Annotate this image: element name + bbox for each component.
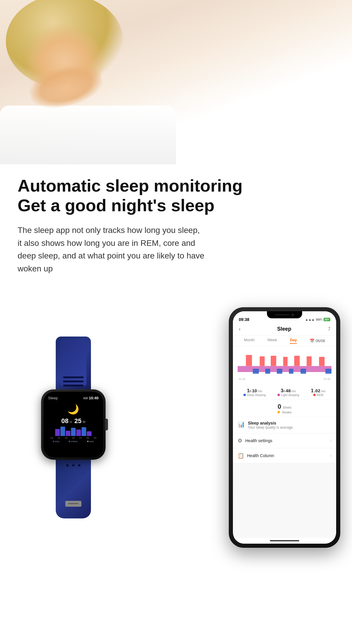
smartwatch: Sleep AM 10:40 🌙 08 H 25 M: [12, 337, 135, 542]
watch-bar: [55, 429, 60, 436]
svg-rect-7: [319, 357, 325, 366]
health-column-label: Health Column: [247, 453, 274, 458]
tab-month[interactable]: Month: [244, 338, 255, 344]
svg-rect-1: [246, 355, 252, 366]
watch-sleep-label: Sleep: [48, 396, 58, 400]
awake-label: Awake: [282, 410, 292, 414]
watch-bar: [87, 431, 92, 436]
watch-screen-header: Sleep AM 10:40: [48, 396, 99, 400]
svg-rect-6: [307, 356, 312, 366]
rem-sleep-stat: 1 .02 min REM: [311, 388, 326, 397]
rem-dot: [313, 394, 316, 396]
shallow-dot: [69, 441, 70, 442]
rem-hours: 1: [311, 388, 314, 393]
watch-bar: [76, 430, 81, 436]
strap-hole: [78, 464, 80, 466]
analysis-title: Sleep analysis: [248, 421, 294, 425]
light-hours: 3h: [281, 388, 285, 393]
chart-time-start: 01:04: [239, 378, 246, 381]
sleep-chart-svg: [238, 350, 331, 376]
deep-sleep-stat: 1h 10 min Deep sleeping: [243, 388, 266, 397]
watch-crown: [105, 419, 108, 430]
moon-icon: 🌙: [67, 404, 79, 415]
band-hole: [63, 381, 84, 382]
watch-bar: [71, 428, 76, 436]
main-heading: Automatic sleep monitoring Get a good ni…: [18, 176, 334, 215]
light-sleep-stat: 3h 48 min Light sleeping: [277, 388, 299, 397]
strap-hole: [66, 464, 69, 466]
deep-dot: [53, 441, 54, 442]
health-settings-menu-item[interactable]: ⚙ Health settings ›: [233, 433, 336, 448]
health-settings-label: Health settings: [245, 438, 273, 443]
awake-label-row: Awake: [277, 410, 292, 414]
hero-background: [0, 0, 352, 164]
health-column-left: 📋 Health Column: [238, 452, 274, 459]
notch-speaker: [275, 314, 290, 315]
wake-dot: [87, 441, 89, 442]
content-section: Automatic sleep monitoring Get a good ni…: [0, 164, 352, 301]
app-title: Sleep: [277, 326, 291, 332]
settings-gear-icon: ⚙: [238, 437, 242, 444]
watch-legend-deep: deep: [53, 440, 60, 442]
svg-rect-4: [283, 357, 287, 366]
sleep-chart-area: 01:04 07:06: [233, 346, 336, 385]
watch-date-row: 23 24 25 26 27 28 29: [48, 437, 99, 439]
tab-week[interactable]: Week: [268, 338, 277, 344]
svg-rect-13: [325, 369, 331, 374]
home-indicator: [233, 538, 336, 544]
svg-rect-5: [294, 356, 300, 366]
awake-dot: [277, 411, 280, 413]
watch-legend: deep shallow wake: [48, 440, 99, 442]
awake-unit: times: [283, 405, 292, 410]
chart-times: 01:04 07:06: [238, 378, 331, 381]
band-holes-bottom: [66, 464, 80, 466]
rem-label: REM: [313, 393, 323, 397]
chart-time-end: 07:06: [324, 378, 330, 381]
tab-date[interactable]: 📅 06/08: [310, 338, 325, 344]
watch-screen: Sleep AM 10:40 🌙 08 H 25 M: [43, 392, 103, 457]
health-column-chevron: ›: [330, 453, 331, 458]
deep-dot: [243, 394, 246, 396]
back-button[interactable]: ‹: [239, 326, 241, 332]
svg-rect-2: [260, 356, 265, 366]
awake-count: 0: [278, 403, 281, 410]
svg-rect-10: [277, 369, 282, 374]
phone-app-header: ‹ Sleep ⤴: [233, 324, 336, 335]
share-button[interactable]: ⤴: [328, 326, 330, 332]
watch-graph-area: [48, 427, 99, 436]
awake-section: 0 times Awake: [233, 400, 336, 417]
description-text: The sleep app not only tracks how long y…: [18, 224, 205, 275]
watch-bar: [66, 431, 70, 436]
battery-badge: 25+: [324, 318, 330, 321]
watch-legend-wake: wake: [87, 440, 94, 442]
tab-day[interactable]: Day: [290, 338, 297, 344]
deep-hours: 1h: [247, 388, 251, 393]
health-column-menu-item[interactable]: 📋 Health Column ›: [233, 448, 336, 463]
watch-bar: [82, 427, 86, 436]
analysis-chart-icon: 📊: [238, 421, 245, 430]
health-settings-left: ⚙ Health settings: [238, 437, 273, 444]
band-hole: [63, 376, 84, 378]
phone-tabs: Month Week Day 📅 06/08: [233, 335, 336, 346]
svg-rect-11: [289, 369, 293, 374]
watch-time-display: AM 10:40: [83, 396, 99, 400]
sleep-analysis: 📊 Sleep analysis Your sleep quality is a…: [233, 417, 336, 433]
signal-icon: ▲▲▲: [305, 318, 315, 321]
svg-rect-0: [238, 366, 331, 372]
sleep-stats: 1h 10 min Deep sleeping 3h 48: [233, 385, 336, 400]
home-bar: [270, 540, 299, 541]
band-holes-top: [63, 376, 84, 386]
status-icons: ▲▲▲ WiFi 25+: [305, 318, 330, 321]
phone-notch: [267, 311, 302, 318]
phone-outer: 09:38 ▲▲▲ WiFi 25+ ‹ Sleep ⤴ Month W: [229, 307, 340, 548]
svg-rect-9: [265, 369, 270, 374]
watch-strap-holes: [66, 464, 80, 466]
watch-case: Sleep AM 10:40 🌙 08 H 25 M: [41, 389, 106, 460]
watch-sleep-hours: 08 H 25 M: [48, 417, 99, 425]
hero-section: [0, 0, 352, 164]
phone-screen: 09:38 ▲▲▲ WiFi 25+ ‹ Sleep ⤴ Month W: [233, 311, 336, 544]
svg-rect-8: [253, 369, 259, 374]
smartphone: 09:38 ▲▲▲ WiFi 25+ ‹ Sleep ⤴ Month W: [229, 307, 340, 548]
health-settings-chevron: ›: [330, 438, 331, 443]
watch-band-bottom: [56, 460, 91, 518]
